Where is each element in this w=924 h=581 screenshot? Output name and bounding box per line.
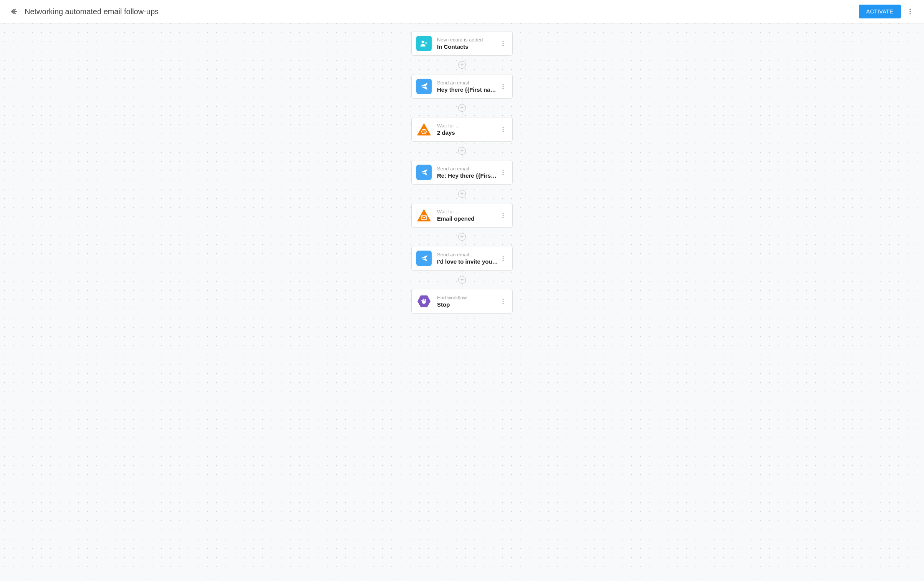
svg-point-32 bbox=[503, 213, 504, 214]
svg-point-34 bbox=[503, 217, 504, 218]
add-step-button[interactable] bbox=[458, 233, 466, 241]
node-text: New record is added In Contacts bbox=[437, 37, 498, 50]
add-step-button[interactable] bbox=[458, 190, 466, 198]
connector bbox=[458, 56, 466, 74]
more-vertical-icon bbox=[500, 126, 507, 133]
page-title: Networking automated email follow-ups bbox=[25, 7, 159, 16]
workflow-node-email[interactable]: Send an email I'd love to invite you to… bbox=[411, 246, 513, 271]
svg-point-4 bbox=[909, 13, 911, 14]
svg-point-45 bbox=[503, 303, 504, 304]
plus-icon bbox=[460, 191, 464, 196]
connector-line bbox=[462, 185, 462, 190]
svg-point-21 bbox=[503, 129, 504, 130]
add-step-button[interactable] bbox=[458, 276, 466, 284]
svg-point-12 bbox=[503, 84, 504, 85]
node-menu-button[interactable] bbox=[498, 125, 508, 134]
node-value: Stop bbox=[437, 301, 498, 308]
activate-button[interactable]: ACTIVATE bbox=[859, 5, 901, 18]
svg-point-38 bbox=[503, 256, 504, 257]
person-add-icon bbox=[416, 36, 432, 51]
svg-point-13 bbox=[503, 86, 504, 87]
node-value: Re: Hey there {{First n… bbox=[437, 172, 498, 179]
connector bbox=[458, 228, 466, 246]
node-text: Send an email Re: Hey there {{First n… bbox=[437, 166, 498, 179]
more-vertical-icon bbox=[500, 212, 507, 219]
connector-line bbox=[462, 284, 462, 289]
node-menu-button[interactable] bbox=[498, 211, 508, 220]
node-label: End workflow bbox=[437, 295, 498, 300]
connector-line bbox=[462, 142, 462, 147]
header: Networking automated email follow-ups AC… bbox=[0, 0, 924, 23]
more-vertical-icon bbox=[906, 8, 914, 15]
connector-line bbox=[462, 56, 462, 61]
svg-point-8 bbox=[503, 45, 504, 46]
svg-point-26 bbox=[503, 170, 504, 171]
workflow-node-end[interactable]: End workflow Stop bbox=[411, 289, 513, 314]
wait-clock-icon bbox=[416, 122, 432, 137]
svg-point-20 bbox=[503, 127, 504, 128]
more-vertical-icon bbox=[500, 255, 507, 262]
svg-point-7 bbox=[503, 43, 504, 44]
svg-point-6 bbox=[503, 41, 504, 42]
svg-point-39 bbox=[503, 258, 504, 259]
node-text: Wait for ... Email opened bbox=[437, 209, 498, 222]
plus-icon bbox=[460, 63, 464, 67]
back-button[interactable] bbox=[9, 7, 18, 16]
connector-line bbox=[462, 241, 462, 246]
workflow-node-wait[interactable]: Wait for ... 2 days bbox=[411, 117, 513, 142]
add-step-button[interactable] bbox=[458, 104, 466, 112]
connector bbox=[458, 142, 466, 160]
node-value: In Contacts bbox=[437, 43, 498, 50]
connector-line bbox=[462, 112, 462, 117]
svg-point-44 bbox=[503, 301, 504, 302]
workflow-node-email[interactable]: Send an email Re: Hey there {{First n… bbox=[411, 160, 513, 185]
header-right: ACTIVATE bbox=[859, 5, 915, 18]
plus-icon bbox=[460, 234, 464, 239]
svg-point-43 bbox=[503, 299, 504, 300]
node-menu-button[interactable] bbox=[498, 297, 508, 306]
add-step-button[interactable] bbox=[458, 147, 466, 155]
workflow-canvas[interactable]: New record is added In Contacts Send an … bbox=[0, 23, 924, 581]
node-value: 2 days bbox=[437, 129, 498, 136]
node-label: Wait for ... bbox=[437, 209, 498, 215]
node-label: New record is added bbox=[437, 37, 498, 43]
svg-point-14 bbox=[503, 88, 504, 89]
header-left: Networking automated email follow-ups bbox=[9, 7, 159, 16]
node-menu-button[interactable] bbox=[498, 39, 508, 48]
node-label: Wait for ... bbox=[437, 123, 498, 129]
connector bbox=[458, 271, 466, 289]
connector bbox=[458, 99, 466, 117]
connector bbox=[458, 185, 466, 203]
plus-icon bbox=[460, 149, 464, 153]
node-text: End workflow Stop bbox=[437, 295, 498, 308]
node-menu-button[interactable] bbox=[498, 254, 508, 263]
connector-line bbox=[462, 228, 462, 233]
workflow-node-trigger[interactable]: New record is added In Contacts bbox=[411, 31, 513, 56]
workflow-node-wait[interactable]: Wait for ... Email opened bbox=[411, 203, 513, 228]
node-value: Email opened bbox=[437, 215, 498, 222]
workflow-container: New record is added In Contacts Send an … bbox=[0, 31, 924, 314]
svg-point-27 bbox=[503, 172, 504, 173]
node-label: Send an email bbox=[437, 252, 498, 257]
more-vertical-icon bbox=[500, 40, 507, 47]
plus-icon bbox=[460, 106, 464, 110]
node-menu-button[interactable] bbox=[498, 82, 508, 91]
node-text: Send an email Hey there {{First name… bbox=[437, 80, 498, 93]
node-label: Send an email bbox=[437, 80, 498, 86]
node-menu-button[interactable] bbox=[498, 168, 508, 177]
send-icon bbox=[416, 251, 432, 266]
connector-line bbox=[462, 99, 462, 104]
add-step-button[interactable] bbox=[458, 61, 466, 69]
node-text: Wait for ... 2 days bbox=[437, 123, 498, 136]
svg-point-33 bbox=[503, 215, 504, 216]
workflow-node-email[interactable]: Send an email Hey there {{First name… bbox=[411, 74, 513, 99]
header-menu-button[interactable] bbox=[906, 7, 915, 16]
wait-mail-icon bbox=[416, 208, 432, 223]
node-text: Send an email I'd love to invite you to… bbox=[437, 252, 498, 265]
connector-line bbox=[462, 155, 462, 160]
more-vertical-icon bbox=[500, 83, 507, 90]
node-value: I'd love to invite you to… bbox=[437, 258, 498, 265]
node-label: Send an email bbox=[437, 166, 498, 172]
plus-icon bbox=[460, 277, 464, 282]
send-icon bbox=[416, 165, 432, 180]
